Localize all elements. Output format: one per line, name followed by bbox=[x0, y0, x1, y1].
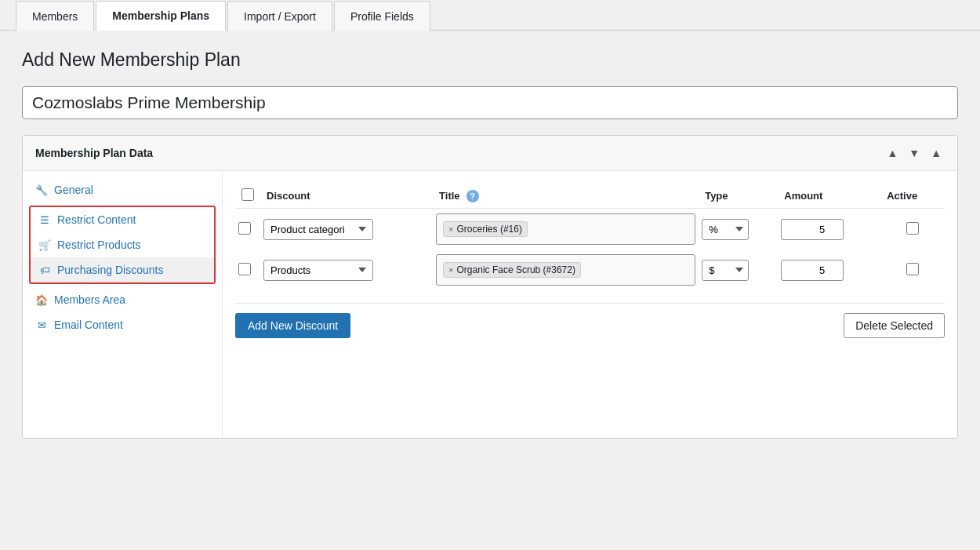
plan-data-box: Membership Plan Data ▲ ▼ ▲ 🔧 General bbox=[22, 135, 958, 439]
th-amount-label: Amount bbox=[784, 190, 822, 202]
row2-active-checkbox[interactable] bbox=[906, 263, 919, 275]
sidebar-item-label-members-area: Members Area bbox=[54, 293, 125, 306]
tag-groceries: × Groceries (#16) bbox=[443, 221, 528, 237]
sidebar-item-email-content[interactable]: ✉ Email Content bbox=[23, 312, 222, 337]
sidebar-item-label-restrict-products: Restrict Products bbox=[57, 239, 141, 251]
tab-membership-plans[interactable]: Membership Plans bbox=[96, 1, 226, 31]
th-active-label: Active bbox=[887, 190, 917, 202]
email-icon: ✉ bbox=[35, 319, 48, 331]
tab-profile-fields[interactable]: Profile Fields bbox=[334, 1, 430, 31]
row1-type-cell: % $ bbox=[699, 209, 778, 250]
home-icon: 🏠 bbox=[35, 294, 48, 306]
table-row: Product categori Products Product Tag × bbox=[235, 209, 945, 250]
th-type-label: Type bbox=[705, 190, 728, 202]
row2-discount-type-cell: Product categori Products Product Tag bbox=[260, 250, 433, 290]
highlighted-group: ☰ Restrict Content 🛒 Restrict Products 🏷… bbox=[29, 206, 216, 284]
th-active: Active bbox=[880, 184, 945, 209]
sidebar-item-members-area[interactable]: 🏠 Members Area bbox=[23, 287, 222, 312]
row1-amount-cell bbox=[778, 209, 880, 250]
row1-checkbox[interactable] bbox=[238, 222, 251, 235]
header-collapse-btn[interactable]: ▲ bbox=[927, 145, 945, 161]
th-discount-label: Discount bbox=[267, 190, 310, 202]
th-discount: Discount bbox=[260, 184, 433, 209]
wrench-icon: 🔧 bbox=[35, 184, 48, 196]
row2-type-cell: % $ bbox=[699, 250, 778, 290]
discounts-tbody: Product categori Products Product Tag × bbox=[235, 209, 945, 291]
table-header-row: Discount Title ? Type bbox=[235, 184, 945, 209]
sidebar-item-general[interactable]: 🔧 General bbox=[23, 177, 222, 202]
row1-discount-type-select[interactable]: Product categori Products Product Tag bbox=[263, 219, 373, 240]
row1-amount-input[interactable] bbox=[781, 219, 844, 240]
tag-organicfacescrub-label: Organic Face Scrub (#3672) bbox=[457, 264, 575, 275]
plan-data-header: Membership Plan Data ▲ ▼ ▲ bbox=[23, 136, 957, 171]
th-type: Type bbox=[699, 184, 778, 209]
select-all-checkbox[interactable] bbox=[241, 188, 254, 201]
row2-checkbox[interactable] bbox=[238, 263, 251, 275]
header-controls: ▲ ▼ ▲ bbox=[884, 145, 945, 161]
th-checkbox bbox=[235, 184, 260, 209]
row1-checkbox-cell bbox=[235, 209, 260, 250]
row2-active-cell bbox=[880, 250, 945, 290]
row1-active-checkbox[interactable] bbox=[906, 222, 919, 235]
row1-type-select[interactable]: % $ bbox=[702, 219, 749, 240]
header-down-btn[interactable]: ▼ bbox=[906, 145, 923, 161]
tab-import-export[interactable]: Import / Export bbox=[227, 1, 332, 31]
list-icon: ☰ bbox=[38, 214, 51, 226]
row2-tag-input[interactable]: × Organic Face Scrub (#3672) bbox=[436, 254, 695, 286]
row1-tag-input[interactable]: × Groceries (#16) bbox=[436, 213, 695, 245]
sidebar-item-restrict-content[interactable]: ☰ Restrict Content bbox=[31, 207, 214, 232]
page-title: Add New Membership Plan bbox=[22, 49, 958, 71]
top-tabs: Members Membership Plans Import / Export… bbox=[0, 0, 980, 31]
add-new-discount-button[interactable]: Add New Discount bbox=[235, 313, 350, 338]
sidebar-item-label-purchasing-discounts: Purchasing Discounts bbox=[57, 264, 163, 276]
buttons-row: Add New Discount Delete Selected bbox=[235, 303, 945, 338]
row1-discount-type-cell: Product categori Products Product Tag bbox=[260, 209, 433, 250]
row2-type-select[interactable]: % $ bbox=[702, 260, 749, 281]
sidebar-item-purchasing-discounts[interactable]: 🏷 Purchasing Discounts bbox=[31, 257, 214, 282]
plan-data-header-title: Membership Plan Data bbox=[35, 147, 153, 159]
tag-groceries-label: Groceries (#16) bbox=[457, 224, 522, 235]
main-content: Add New Membership Plan Membership Plan … bbox=[0, 31, 980, 457]
page-wrapper: Members Membership Plans Import / Export… bbox=[0, 0, 980, 550]
tag-organicfacescrub: × Organic Face Scrub (#3672) bbox=[443, 262, 581, 278]
row1-active-cell bbox=[880, 209, 945, 250]
row2-checkbox-cell bbox=[235, 250, 260, 290]
row2-title-cell: × Organic Face Scrub (#3672) bbox=[433, 250, 699, 290]
tag-organicfacescrub-remove[interactable]: × bbox=[448, 265, 453, 275]
sidebar-item-label-email-content: Email Content bbox=[54, 319, 123, 331]
row2-amount-cell bbox=[778, 250, 880, 290]
th-title-label: Title bbox=[439, 190, 460, 202]
th-title: Title ? bbox=[433, 184, 699, 209]
plan-name-input[interactable] bbox=[22, 86, 958, 119]
content-area: Discount Title ? Type bbox=[223, 171, 957, 438]
sidebar-item-label-restrict-content: Restrict Content bbox=[57, 213, 136, 226]
row1-title-cell: × Groceries (#16) bbox=[433, 209, 699, 250]
tag-groceries-remove[interactable]: × bbox=[448, 224, 453, 234]
delete-selected-button[interactable]: Delete Selected bbox=[844, 313, 945, 338]
tag-icon: 🏷 bbox=[38, 264, 51, 276]
tab-members[interactable]: Members bbox=[16, 1, 94, 31]
row2-amount-input[interactable] bbox=[781, 260, 844, 281]
row2-discount-type-select[interactable]: Product categori Products Product Tag bbox=[263, 260, 373, 281]
sidebar-item-restrict-products[interactable]: 🛒 Restrict Products bbox=[31, 232, 214, 257]
help-icon[interactable]: ? bbox=[466, 190, 479, 202]
cart-icon: 🛒 bbox=[38, 239, 51, 251]
plan-data-body: 🔧 General ☰ Restrict Content 🛒 Restrict … bbox=[23, 171, 957, 438]
table-row: Product categori Products Product Tag × bbox=[235, 250, 945, 290]
sidebar-item-label-general: General bbox=[54, 184, 93, 196]
th-amount: Amount bbox=[778, 184, 880, 209]
sidebar: 🔧 General ☰ Restrict Content 🛒 Restrict … bbox=[23, 171, 223, 438]
header-up-btn[interactable]: ▲ bbox=[884, 145, 901, 161]
discounts-table: Discount Title ? Type bbox=[235, 184, 945, 290]
